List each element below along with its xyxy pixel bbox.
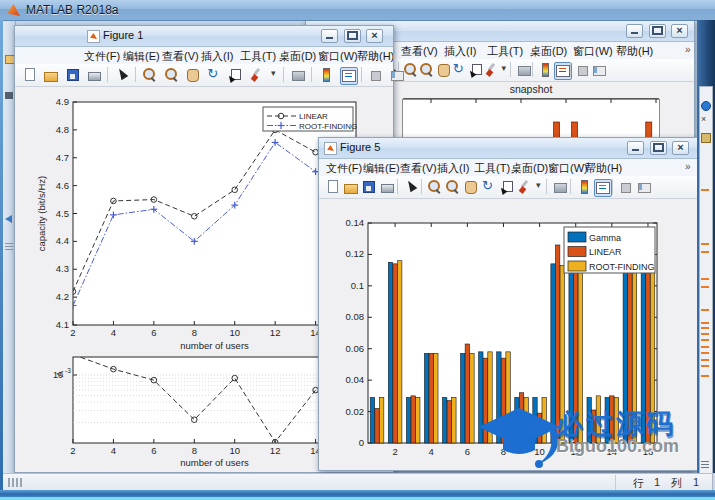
main-titlebar[interactable]: MATLAB R2018a	[0, 0, 715, 21]
close-button[interactable]	[366, 29, 383, 43]
menu-file[interactable]: 文件(F)	[326, 161, 362, 176]
svg-text:LINEAR: LINEAR	[299, 112, 328, 121]
insert-colorbar-icon[interactable]	[576, 179, 592, 195]
link-plots-icon[interactable]	[552, 179, 568, 195]
menu-view[interactable]: 查看(V)	[401, 44, 438, 59]
figure5-titlebar[interactable]: Figure 5	[319, 138, 698, 159]
pan-hand-icon[interactable]	[436, 62, 452, 78]
pan-hand-icon[interactable]	[463, 179, 479, 195]
svg-text:12: 12	[270, 445, 281, 456]
menu-overflow-chevron[interactable]: »	[373, 49, 379, 60]
pointer-icon[interactable]	[114, 67, 130, 83]
figure1-titlebar[interactable]: Figure 1	[15, 26, 393, 47]
pointer-icon[interactable]	[403, 179, 419, 195]
zoom-in-icon[interactable]	[142, 67, 158, 83]
rotate-3d-icon[interactable]	[452, 62, 468, 78]
insert-colorbar-icon[interactable]	[318, 67, 334, 83]
menu-file[interactable]: 文件(F)	[84, 49, 120, 64]
back-arrow-icon[interactable]	[5, 215, 12, 223]
dropdown-icon[interactable]	[500, 62, 516, 78]
occluded-bar-fragment	[701, 251, 709, 253]
menu-view[interactable]: 查看(V)	[400, 161, 437, 176]
close-button[interactable]	[671, 24, 688, 38]
save-icon[interactable]	[65, 67, 81, 83]
hide-plot-tools-icon[interactable]	[575, 62, 591, 78]
menu-window[interactable]: 窗口(W)	[318, 49, 358, 64]
menu-overflow-chevron[interactable]: »	[685, 161, 691, 172]
right-scroll-strip[interactable]: ×	[699, 86, 713, 492]
occluded-bar-fragment	[701, 375, 709, 377]
figure-icon	[324, 142, 337, 155]
occluded-bar-fragment	[701, 278, 709, 280]
menu-window[interactable]: 窗口(W)	[548, 161, 588, 176]
zoom-in-icon[interactable]	[427, 179, 443, 195]
palette-icon[interactable]	[701, 133, 711, 143]
show-plot-tools-icon[interactable]	[389, 67, 405, 83]
rotate-3d-icon[interactable]	[481, 179, 497, 195]
menu-edit[interactable]: 编辑(E)	[123, 49, 160, 64]
hide-plot-tools-icon[interactable]	[368, 67, 384, 83]
menu-tools[interactable]: 工具(T)	[240, 49, 276, 64]
dropdown-icon[interactable]	[535, 179, 551, 195]
print-icon[interactable]	[86, 67, 102, 83]
rotate-3d-icon[interactable]	[206, 67, 222, 83]
minimize-button[interactable]	[627, 141, 644, 155]
close-button[interactable]	[672, 141, 689, 155]
data-cursor-icon[interactable]	[468, 62, 484, 78]
maximize-button[interactable]	[344, 29, 361, 43]
link-plots-icon[interactable]	[290, 67, 306, 83]
print-icon[interactable]	[379, 179, 395, 195]
show-plot-tools-icon[interactable]	[636, 179, 652, 195]
data-cursor-icon[interactable]	[499, 179, 515, 195]
svg-text:number of users: number of users	[180, 340, 249, 351]
menu-desktop[interactable]: 桌面(D)	[279, 49, 316, 64]
save-icon[interactable]	[361, 179, 377, 195]
pan-hand-icon[interactable]	[185, 67, 201, 83]
list-icon[interactable]	[5, 243, 13, 251]
zoom-out-icon[interactable]	[419, 62, 435, 78]
new-file-icon[interactable]	[22, 67, 38, 83]
zoom-out-icon[interactable]	[164, 67, 180, 83]
open-folder-icon[interactable]	[43, 67, 59, 83]
show-plot-tools-icon[interactable]	[591, 62, 607, 78]
minimize-button[interactable]	[321, 29, 338, 43]
data-cursor-icon[interactable]	[227, 67, 243, 83]
minimize-button[interactable]	[626, 24, 643, 38]
insert-legend-icon[interactable]	[340, 67, 358, 85]
brush-icon[interactable]	[517, 179, 533, 195]
menu-help[interactable]: 帮助(H)	[585, 161, 622, 176]
zoom-in-icon[interactable]	[403, 62, 419, 78]
brush-icon[interactable]	[249, 67, 265, 83]
menu-insert[interactable]: 插入(I)	[201, 49, 233, 64]
circle-icon[interactable]	[701, 101, 711, 111]
document-icon[interactable]	[5, 92, 13, 99]
figure1-legend[interactable]: LINEARROOT-FINDING	[263, 107, 357, 131]
maximize-button[interactable]	[649, 24, 666, 38]
insert-colorbar-icon[interactable]	[537, 62, 553, 78]
brush-icon[interactable]	[484, 62, 500, 78]
menu-insert[interactable]: 插入(I)	[437, 161, 469, 176]
figure5-legend[interactable]: GammaLINEARROOT-FINDING	[564, 227, 655, 273]
menu-help[interactable]: 帮助(H)	[616, 44, 653, 59]
svg-text:number of users: number of users	[180, 457, 249, 468]
menu-desktop[interactable]: 桌面(D)	[511, 161, 548, 176]
menu-window[interactable]: 窗口(W)	[573, 44, 613, 59]
maximize-button[interactable]	[650, 141, 667, 155]
open-folder-icon[interactable]	[343, 179, 359, 195]
close-icon[interactable]: ×	[701, 115, 706, 123]
menu-icon[interactable]	[701, 461, 709, 469]
hide-plot-tools-icon[interactable]	[618, 179, 634, 195]
menu-edit[interactable]: 编辑(E)	[363, 161, 400, 176]
menubar: 文件(F)编辑(E)查看(V)插入(I)工具(T)桌面(D)窗口(W)帮助(H)…	[319, 159, 698, 177]
menu-tools[interactable]: 工具(T)	[474, 161, 510, 176]
menu-insert[interactable]: 插入(I)	[444, 44, 476, 59]
menu-desktop[interactable]: 桌面(D)	[530, 44, 567, 59]
new-file-icon[interactable]	[325, 179, 341, 195]
menu-tools[interactable]: 工具(T)	[487, 44, 523, 59]
link-plots-icon[interactable]	[516, 62, 532, 78]
menu-overflow-chevron[interactable]: »	[685, 44, 691, 55]
statusbar-grip[interactable]	[8, 478, 24, 487]
zoom-out-icon[interactable]	[445, 179, 461, 195]
insert-legend-icon[interactable]	[594, 179, 612, 197]
menu-view[interactable]: 查看(V)	[162, 49, 199, 64]
